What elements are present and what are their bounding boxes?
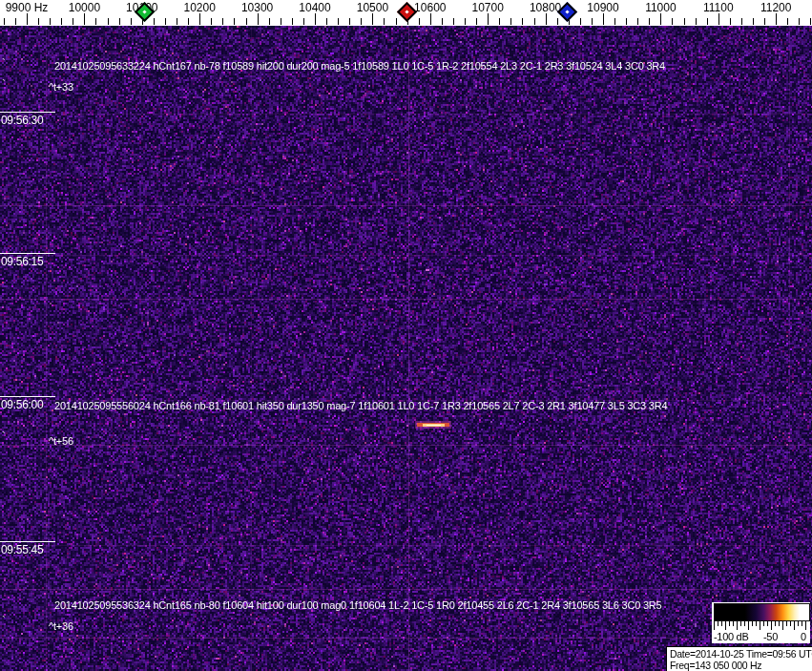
spectrogram-area: 09:56:3009:56:1509:56:0009:55:4520141025… — [0, 26, 812, 671]
colorbar-ticks — [714, 621, 808, 631]
time-label-095630: 09:56:30 — [0, 112, 55, 127]
freq-label-10500: 10500 — [357, 1, 388, 14]
freq-label-10000: 10000 — [69, 1, 100, 14]
info-date-line: Date=2014-10-25 Time=09:56 UTC — [670, 648, 812, 660]
colorbar-label-mid: -50 — [763, 631, 778, 642]
edge-tick-mark: ` — [2, 82, 6, 88]
time-label-095545: 09:55:45 — [0, 541, 55, 556]
freq-label-10800: 10800 — [530, 1, 561, 14]
freq-label-11200: 11200 — [760, 1, 791, 14]
edge-tick-mark: ` — [2, 619, 6, 624]
intensity-colorbar: -100 dB -50 0 — [712, 602, 810, 643]
info-freq-line: Freq=143 050 000 Hz — [670, 660, 812, 671]
freq-label-10600: 10600 — [414, 1, 446, 14]
colorbar-label-max: 0 — [801, 631, 806, 642]
meteor-spectrogram-app: 9900 Hz100001010010200103001040010500106… — [0, 0, 812, 671]
spectrogram-canvas — [0, 26, 812, 671]
detection-log-line: 20141025095536324 hCnt165 nb-80 f10604 h… — [54, 599, 662, 611]
detection-log-line: 20141025095633224 hCnt167 nb-78 f10589 h… — [54, 60, 665, 72]
status-info-box: Date=2014-10-25 Time=09:56 UTC Freq=143 … — [666, 646, 812, 671]
freq-label-10400: 10400 — [299, 1, 330, 14]
freq-label-10900: 10900 — [587, 1, 618, 14]
freq-label-9900-hz: 9900 Hz — [6, 1, 49, 14]
freq-label-10300: 10300 — [241, 1, 273, 14]
freq-label-11100: 11100 — [703, 1, 734, 14]
freq-label-10700: 10700 — [472, 1, 504, 14]
freq-label-10200: 10200 — [184, 1, 216, 14]
edge-tick-mark: ` — [2, 61, 6, 67]
colorbar-label-min: -100 dB — [714, 631, 748, 642]
freq-label-11000: 11000 — [645, 1, 676, 14]
time-label-095615: 09:56:15 — [0, 253, 55, 268]
edge-tick-mark: ` — [2, 434, 6, 440]
colorbar-gradient — [714, 603, 810, 621]
echo-time-offset: ^t+36 — [49, 620, 73, 632]
echo-time-offset: ^t+33 — [49, 81, 73, 93]
frequency-ruler: 9900 Hz100001010010200103001040010500106… — [0, 0, 812, 26]
echo-time-offset: ^t+56 — [49, 435, 73, 447]
detection-log-line: 20141025095556024 hCnt166 nb-81 f10601 h… — [54, 400, 667, 411]
time-label-095600: 09:56:00 — [0, 396, 55, 411]
